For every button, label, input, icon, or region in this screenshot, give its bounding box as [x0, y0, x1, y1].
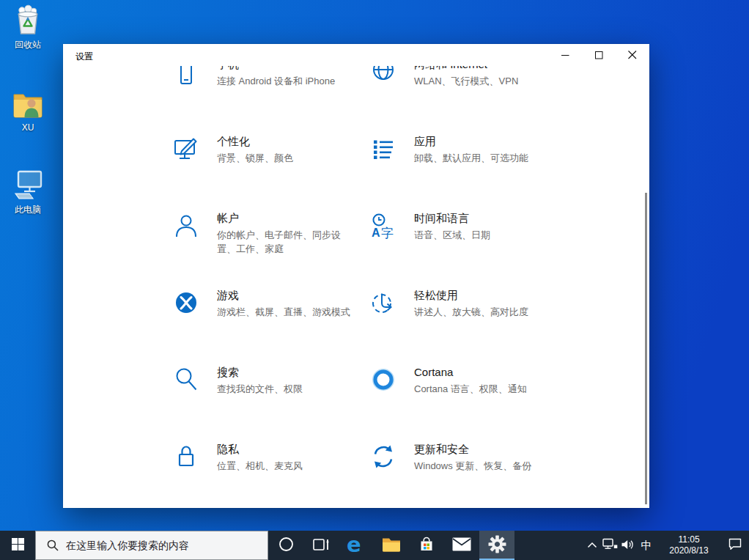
- category-subtitle: 游戏栏、截屏、直播、游戏模式: [217, 305, 350, 319]
- category-phone[interactable]: 手机连接 Android 设备和 iPhone: [173, 66, 370, 134]
- maximize-icon: [595, 51, 603, 59]
- category-subtitle: Cortana 语言、权限、通知: [414, 382, 527, 396]
- category-title: 手机: [217, 66, 335, 72]
- category-privacy[interactable]: 隐私位置、相机、麦克风: [173, 442, 370, 508]
- action-center-area: [721, 531, 749, 560]
- category-ease-of-access[interactable]: 轻松使用讲述人、放大镜、高对比度: [370, 288, 567, 365]
- clock-date: 2020/8/13: [669, 545, 708, 556]
- category-text: 更新和安全Windows 更新、恢复、备份: [414, 442, 531, 473]
- category-text: 网络和 InternetWLAN、飞行模式、VPN: [414, 66, 518, 88]
- start-icon: [12, 538, 24, 553]
- file-explorer-icon: [382, 536, 401, 555]
- category-subtitle: 讲述人、放大镜、高对比度: [414, 305, 528, 319]
- category-title: 轻松使用: [414, 288, 528, 303]
- tray-hidden-icons-chevron-button[interactable]: [583, 531, 601, 560]
- ime-indicator[interactable]: 中: [636, 531, 657, 560]
- settings-categories-viewport: 手机连接 Android 设备和 iPhone网络和 InternetWLAN、…: [63, 66, 649, 508]
- category-subtitle: 位置、相机、麦克风: [217, 459, 303, 473]
- taskbar: e 中 11:05 2020/8/13: [0, 531, 749, 560]
- window-caption-buttons: [548, 44, 649, 66]
- tray-network-button[interactable]: [601, 531, 619, 560]
- vertical-scrollbar-thumb[interactable]: [645, 193, 647, 504]
- desktop-icon-this-pc[interactable]: 此电脑: [6, 169, 50, 216]
- category-text: 时间和语言语音、区域、日期: [414, 211, 490, 242]
- category-search[interactable]: 搜索查找我的文件、权限: [173, 365, 370, 442]
- tray-volume-button[interactable]: [619, 531, 636, 560]
- taskbar-file-explorer-button[interactable]: [374, 531, 409, 560]
- taskbar-mail-button[interactable]: [444, 531, 479, 560]
- category-text: 轻松使用讲述人、放大镜、高对比度: [414, 288, 528, 319]
- window-title: 设置: [75, 51, 93, 63]
- desktop-icon-user-folder-xu[interactable]: XU: [6, 88, 50, 133]
- category-personalization[interactable]: 个性化背景、锁屏、颜色: [173, 134, 370, 211]
- category-subtitle: 卸载、默认应用、可选功能: [414, 151, 528, 165]
- category-title: 搜索: [217, 365, 303, 380]
- category-time-language[interactable]: A字时间和语言语音、区域、日期: [370, 211, 567, 288]
- close-button[interactable]: [616, 44, 649, 66]
- category-title: 更新和安全: [414, 442, 531, 457]
- settings-categories-grid: 手机连接 Android 设备和 iPhone网络和 InternetWLAN、…: [173, 66, 567, 508]
- category-apps[interactable]: 应用卸载、默认应用、可选功能: [370, 134, 567, 211]
- category-title: 帐户: [217, 211, 353, 226]
- minimize-button[interactable]: [548, 44, 582, 66]
- taskbar-search-input[interactable]: [66, 539, 268, 551]
- category-text: 游戏游戏栏、截屏、直播、游戏模式: [217, 288, 350, 319]
- taskbar-edge-button[interactable]: e: [339, 531, 374, 560]
- search-icon: [173, 366, 199, 393]
- start-area: [0, 531, 35, 560]
- taskbar-start-button[interactable]: [0, 531, 35, 560]
- taskbar-cortana-button[interactable]: [268, 531, 303, 560]
- xbox-icon: [173, 290, 199, 316]
- task-view-icon: [313, 537, 330, 554]
- category-title: 网络和 Internet: [414, 66, 518, 72]
- category-title: Cortana: [414, 365, 527, 380]
- category-text: 隐私位置、相机、麦克风: [217, 442, 303, 473]
- category-subtitle: 你的帐户、电子邮件、同步设置、工作、家庭: [217, 228, 353, 256]
- tray-icons: [583, 531, 636, 560]
- clock-language-icon: A字: [370, 213, 396, 239]
- desktop-icon-recycle-bin[interactable]: 回收站: [6, 4, 50, 51]
- this-pc-icon: [12, 169, 44, 202]
- sync-icon: [370, 443, 396, 470]
- mail-icon: [452, 537, 471, 553]
- ease-of-access-icon: [370, 290, 396, 316]
- category-title: 时间和语言: [414, 211, 490, 226]
- category-cortana[interactable]: CortanaCortana 语言、权限、通知: [370, 365, 567, 442]
- category-subtitle: 查找我的文件、权限: [217, 382, 303, 396]
- system-tray: 中 11:05 2020/8/13: [583, 531, 749, 560]
- taskbar-clock[interactable]: 11:05 2020/8/13: [657, 531, 721, 560]
- clock-time: 11:05: [678, 534, 699, 545]
- category-title: 游戏: [217, 288, 350, 303]
- category-network[interactable]: 网络和 InternetWLAN、飞行模式、VPN: [370, 66, 567, 134]
- taskbar-store-button[interactable]: [409, 531, 444, 560]
- globe-icon: [370, 66, 396, 85]
- minimize-icon: [561, 51, 569, 59]
- settings-window: 设置 手机连接 Android 设备和 iPhone网络和 InternetWL…: [63, 44, 649, 508]
- volume-icon: [621, 539, 635, 553]
- network-icon: [602, 538, 618, 553]
- recycle-bin-icon: [12, 4, 44, 37]
- window-titlebar[interactable]: 设置: [63, 44, 649, 66]
- edge-icon: e: [346, 534, 366, 558]
- category-subtitle: WLAN、飞行模式、VPN: [414, 74, 518, 88]
- maximize-button[interactable]: [582, 44, 616, 66]
- cortana-ring-icon: [370, 366, 396, 393]
- category-accounts[interactable]: 帐户你的帐户、电子邮件、同步设置、工作、家庭: [173, 211, 370, 288]
- taskbar-task-view-button[interactable]: [303, 531, 339, 560]
- category-gaming[interactable]: 游戏游戏栏、截屏、直播、游戏模式: [173, 288, 370, 365]
- category-title: 个性化: [217, 134, 293, 149]
- desktop-icon-label: 回收站: [15, 39, 41, 51]
- taskbar-settings-button[interactable]: [479, 531, 514, 560]
- category-text: 应用卸载、默认应用、可选功能: [414, 134, 528, 165]
- category-title: 隐私: [217, 442, 303, 457]
- taskbar-search-box[interactable]: [35, 531, 268, 560]
- hidden-icons-chevron-icon: [587, 540, 597, 551]
- category-update-security[interactable]: 更新和安全Windows 更新、恢复、备份: [370, 442, 567, 508]
- svg-text:字: 字: [381, 226, 394, 239]
- store-icon: [418, 536, 435, 555]
- category-subtitle: 背景、锁屏、颜色: [217, 151, 293, 165]
- lock-icon: [173, 443, 199, 470]
- category-title: 应用: [414, 134, 528, 149]
- tray-action-center-button[interactable]: [721, 531, 749, 560]
- person-icon: [173, 213, 199, 239]
